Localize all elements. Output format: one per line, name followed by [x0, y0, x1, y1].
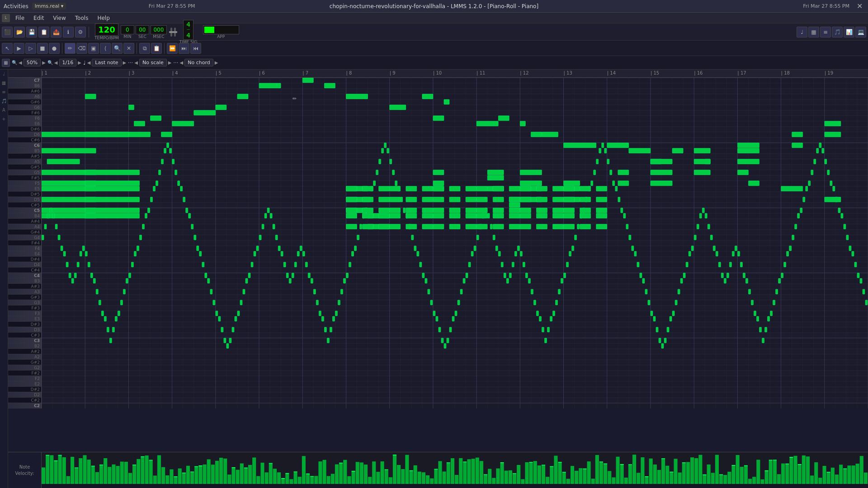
scale-value[interactable]: No scale [139, 59, 167, 66]
piano-key-F#6[interactable]: F#6 [8, 110, 41, 116]
scale-next-arrow[interactable]: ▶ [168, 60, 172, 65]
chord-value[interactable]: No chord [184, 59, 213, 66]
ctrl-small-button[interactable]: ▦ [2, 59, 10, 67]
piano-key-C6[interactable]: C6 [8, 143, 41, 148]
menu-file[interactable]: File [12, 14, 28, 22]
piano-key-G#5[interactable]: G#5 [8, 164, 41, 170]
piano-key-F#2[interactable]: F#2 [8, 371, 41, 376]
piano-key-G#3[interactable]: G#3 [8, 295, 41, 300]
piano-key-F#3[interactable]: F#3 [8, 305, 41, 311]
piano-key-C#5[interactable]: C#5 [8, 202, 41, 208]
scale-prev-arrow[interactable]: ◀ [134, 60, 138, 65]
sidebar-icon-6[interactable]: + [1, 117, 7, 123]
sidebar-icon-3[interactable]: ≡ [1, 89, 7, 96]
timesig-display[interactable]: 4 ─ 4 [183, 20, 193, 40]
lmms-logo-button[interactable]: L [2, 14, 10, 22]
piano-key-B6[interactable]: B6 [8, 83, 41, 89]
tempo-display[interactable]: 120 [95, 23, 118, 36]
piano-key-A#2[interactable]: A#2 [8, 349, 41, 354]
quantize-value[interactable]: 1/16 [59, 59, 77, 66]
chord-prev-arrow[interactable]: ◀ [179, 60, 183, 65]
piano-key-A#4[interactable]: A#4 [8, 219, 41, 224]
piano-key-C4[interactable]: C4 [8, 273, 41, 278]
piano-key-B2[interactable]: B2 [8, 343, 41, 349]
zoom-next-arrow[interactable]: ▶ [42, 60, 46, 65]
piano-key-A2[interactable]: A2 [8, 354, 41, 360]
erase-button[interactable]: ⌫ [76, 43, 87, 54]
piano-key-F2[interactable]: F2 [8, 376, 41, 381]
piano-key-G3[interactable]: G3 [8, 300, 41, 305]
paste-button[interactable]: 📋 [151, 43, 162, 54]
piano-key-A6[interactable]: A6 [8, 94, 41, 99]
piano-key-C3[interactable]: C3 [8, 338, 41, 343]
piano-key-G6[interactable]: G6 [8, 105, 41, 110]
piano-key-D5[interactable]: D5 [8, 197, 41, 202]
piano-key-C2[interactable]: C2 [8, 403, 41, 408]
piano-key-F#4[interactable]: F#4 [8, 240, 41, 246]
instruments-button[interactable]: 🎵 [832, 27, 843, 38]
piano-key-A4[interactable]: A4 [8, 224, 41, 230]
sidebar-icon-2[interactable]: ▦ [1, 80, 7, 87]
songview-button[interactable]: ♩ [797, 27, 807, 38]
menu-edit[interactable]: Edit [30, 14, 47, 22]
select-button[interactable]: ▣ [88, 43, 99, 54]
menu-tools[interactable]: Tools [71, 14, 92, 22]
zoom-button[interactable]: 🔍 [112, 43, 123, 54]
piano-key-A5[interactable]: A5 [8, 159, 41, 164]
forward-button[interactable]: ⏩ [167, 43, 178, 54]
note-next-arrow[interactable]: ▶ [123, 60, 127, 65]
mute-button[interactable]: ✕ [123, 43, 134, 54]
save-as-button[interactable]: 📋 [38, 27, 49, 38]
sidebar-icon-5[interactable]: A [1, 108, 7, 114]
window-close-button[interactable]: ✕ [855, 2, 864, 10]
piano-key-B4[interactable]: B4 [8, 213, 41, 219]
piano-key-C#3[interactable]: C#3 [8, 333, 41, 338]
piano-key-F6[interactable]: F6 [8, 116, 41, 121]
stop-button[interactable]: ■ [37, 43, 48, 54]
save-button[interactable]: 💾 [26, 27, 37, 38]
chord-next-arrow[interactable]: ▶ [215, 60, 218, 65]
piano-key-E2[interactable]: E2 [8, 381, 41, 387]
piano-key-G4[interactable]: G4 [8, 235, 41, 240]
piano-key-E5[interactable]: E5 [8, 186, 41, 192]
piano-key-A#5[interactable]: A#5 [8, 154, 41, 159]
info-button[interactable]: ℹ [63, 27, 74, 38]
note-value[interactable]: Last note [92, 59, 121, 66]
piano-key-A#6[interactable]: A#6 [8, 89, 41, 94]
menu-view[interactable]: View [49, 14, 69, 22]
copy-button[interactable]: ⧉ [139, 43, 150, 54]
piano-key-B3[interactable]: B3 [8, 278, 41, 284]
piano-key-D#2[interactable]: D#2 [8, 387, 41, 392]
quantize-next-arrow[interactable]: ▶ [78, 60, 81, 65]
piano-key-D#4[interactable]: D#4 [8, 257, 41, 262]
zoom-value[interactable]: 50% [24, 59, 41, 66]
piano-key-D#6[interactable]: D#6 [8, 127, 41, 132]
automation-button[interactable]: 📊 [844, 27, 854, 38]
draw-button[interactable]: ✏ [65, 43, 75, 54]
beatview-button[interactable]: ▦ [808, 27, 819, 38]
play-button[interactable]: ▶ [14, 43, 24, 54]
forward2-button[interactable]: ⏭ [179, 43, 189, 54]
cursor-mode-button[interactable]: ↖ [2, 43, 13, 54]
piano-key-E4[interactable]: E4 [8, 251, 41, 257]
piano-key-E6[interactable]: E6 [8, 121, 41, 127]
piano-key-E3[interactable]: E3 [8, 316, 41, 322]
piano-key-B5[interactable]: B5 [8, 148, 41, 154]
piano-key-G2[interactable]: G2 [8, 365, 41, 371]
piano-key-D6[interactable]: D6 [8, 132, 41, 137]
piano-key-C7[interactable]: C7 [8, 78, 41, 83]
note-prev-arrow[interactable]: ◀ [87, 60, 91, 65]
zoom-prev-arrow[interactable]: ◀ [19, 60, 22, 65]
piano-key-G5[interactable]: G5 [8, 170, 41, 175]
mixer-button[interactable]: ≡ [820, 27, 831, 38]
detuning-button[interactable]: ⟨ [100, 43, 111, 54]
piano-key-C#4[interactable]: C#4 [8, 267, 41, 273]
piano-key-D4[interactable]: D4 [8, 262, 41, 267]
piano-key-D#3[interactable]: D#3 [8, 322, 41, 327]
piano-key-D3[interactable]: D3 [8, 327, 41, 333]
piano-key-D#5[interactable]: D#5 [8, 192, 41, 197]
piano-key-A3[interactable]: A3 [8, 289, 41, 295]
grid-area[interactable]: ✏ [42, 78, 868, 408]
piano-key-F3[interactable]: F3 [8, 311, 41, 316]
piano-key-G#2[interactable]: G#2 [8, 360, 41, 365]
